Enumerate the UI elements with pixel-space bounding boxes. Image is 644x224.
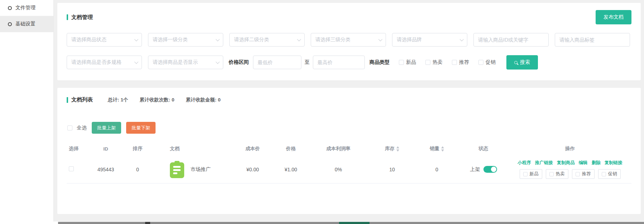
select-visibility[interactable]: 请选择商品是否显示 xyxy=(148,56,223,69)
header-cost-price: 成本价 xyxy=(232,142,274,156)
header-profit-rate: 成本利润率 xyxy=(308,142,369,156)
sidebar: 文件管理 基础设置 xyxy=(0,0,53,224)
select-category-level2[interactable]: 请选择二级分类 xyxy=(229,33,305,47)
product-type-label: 商品类型 xyxy=(369,59,390,66)
document-table: 选择 ID 排序 文档 成本价 价格 成本利润率 库存 销量 状态 操作 xyxy=(67,142,631,184)
list-title: 文档列表 xyxy=(67,96,93,103)
sidebar-item-label: 基础设置 xyxy=(15,21,35,27)
select-multi-spec[interactable]: 请选择商品是否多规格 xyxy=(67,56,142,69)
chevron-down-icon xyxy=(216,60,220,64)
checkbox-icon xyxy=(67,125,72,130)
clipboard-icon xyxy=(169,161,185,178)
sort-arrows-icon[interactable] xyxy=(396,146,399,152)
payment-count: 0 xyxy=(172,97,175,103)
main-content: 文档管理 发布文档 请选择商品状态 请选择一级分类 请选择二级分类 请选择三级分… xyxy=(53,0,644,221)
cell-cost-price: ¥0.00 xyxy=(232,156,274,183)
status-toggle[interactable] xyxy=(483,166,497,173)
document-title: 市场推广 xyxy=(191,166,211,173)
row-tag-promo[interactable]: 促销 xyxy=(598,169,621,179)
row-tag-hot[interactable]: 热卖 xyxy=(546,169,568,179)
min-price-input[interactable] xyxy=(253,56,301,69)
chevron-down-icon xyxy=(297,37,301,41)
select-brand[interactable]: 请选择品牌 xyxy=(392,33,467,47)
sidebar-item-basic-settings[interactable]: 基础设置 xyxy=(0,16,53,32)
chevron-down-icon xyxy=(134,60,138,64)
select-all-checkbox[interactable]: 全选 xyxy=(67,125,87,131)
publish-document-button[interactable]: 发布文档 xyxy=(596,10,631,24)
batch-on-shelf-button[interactable]: 批量上架 xyxy=(92,122,121,134)
bottom-edge xyxy=(0,221,644,224)
action-promo-link[interactable]: 推广链接 xyxy=(535,160,553,166)
type-checkbox-recommend[interactable]: 推荐 xyxy=(452,59,469,66)
select-category-level3[interactable]: 请选择三级分类 xyxy=(311,33,386,47)
cell-price: ¥1.00 xyxy=(274,156,308,183)
page-title: 文档管理 xyxy=(67,14,93,21)
type-checkbox-hot[interactable]: 热卖 xyxy=(425,59,443,66)
cell-document: 市场推广 xyxy=(156,161,232,178)
header-sales[interactable]: 销量 xyxy=(415,142,458,156)
chevron-down-icon xyxy=(216,37,220,41)
checkbox-icon xyxy=(452,60,457,65)
cell-status: 上架 xyxy=(458,166,509,173)
circle-icon xyxy=(8,22,12,26)
row-checkbox[interactable] xyxy=(69,166,74,171)
checkbox-icon xyxy=(399,60,404,65)
cell-stock: 10 xyxy=(369,156,415,183)
action-copy-link[interactable]: 复制链接 xyxy=(605,160,622,166)
sort-arrows-icon[interactable] xyxy=(441,146,444,152)
select-category-level1[interactable]: 请选择一级分类 xyxy=(148,33,223,47)
search-icon xyxy=(514,61,517,64)
chevron-down-icon xyxy=(378,37,382,41)
total-count: 1个 xyxy=(121,97,128,103)
cell-sort: 0 xyxy=(120,156,156,183)
cell-id: 495443 xyxy=(92,156,120,183)
toggle-knob xyxy=(491,167,496,172)
sidebar-item-label: 文件管理 xyxy=(15,5,35,11)
type-checkbox-new[interactable]: 新品 xyxy=(399,59,416,66)
batch-off-shelf-button[interactable]: 批量下架 xyxy=(126,122,156,134)
circle-icon xyxy=(8,6,12,10)
max-price-input[interactable] xyxy=(313,56,365,69)
cell-profit-rate: 0% xyxy=(308,156,369,183)
header-sort: 排序 xyxy=(120,142,156,156)
horizontal-scrollbar[interactable] xyxy=(58,222,644,224)
scrollbar-thumb[interactable] xyxy=(339,222,369,224)
select-product-status[interactable]: 请选择商品状态 xyxy=(67,33,142,47)
chevron-down-icon xyxy=(460,37,464,41)
row-tag-recommend[interactable]: 推荐 xyxy=(572,169,595,179)
checkbox-icon xyxy=(478,60,483,65)
checkbox-icon xyxy=(425,60,430,65)
search-button[interactable]: 搜索 xyxy=(506,55,538,70)
product-id-keyword-input[interactable] xyxy=(473,33,549,47)
action-delete[interactable]: 删除 xyxy=(592,160,601,166)
table-header-row: 选择 ID 排序 文档 成本价 价格 成本利润率 库存 销量 状态 操作 xyxy=(67,142,631,156)
document-list-card: 文档列表 总计:1个 累计收款次数:0 累计收款金额:0 全选 批量上架 批量下… xyxy=(57,88,641,214)
header-document: 文档 xyxy=(156,142,232,156)
checkbox-icon xyxy=(549,172,554,176)
type-checkbox-promo[interactable]: 促销 xyxy=(478,59,496,66)
action-mini-program[interactable]: 小程序 xyxy=(517,160,531,166)
price-range-label: 价格区间 xyxy=(229,59,249,66)
chevron-down-icon xyxy=(134,37,138,41)
list-stats: 总计:1个 累计收款次数:0 累计收款金额:0 xyxy=(108,97,221,103)
table-row: 495443 0 市场推广 xyxy=(67,156,631,183)
product-tag-input[interactable] xyxy=(555,33,630,47)
filter-card: 文档管理 发布文档 请选择商品状态 请选择一级分类 请选择二级分类 请选择三级分… xyxy=(57,3,641,80)
title-accent-bar xyxy=(67,14,68,20)
action-edit[interactable]: 编辑 xyxy=(579,160,588,166)
header-status: 状态 xyxy=(458,142,509,156)
header-select: 选择 xyxy=(67,142,92,156)
header-stock[interactable]: 库存 xyxy=(369,142,415,156)
cell-actions: 小程序 推广链接 复制商品 编辑 删除 复制链接 新品 xyxy=(509,160,631,179)
row-tag-new[interactable]: 新品 xyxy=(520,169,542,179)
checkbox-icon xyxy=(602,172,606,176)
checkbox-icon xyxy=(523,172,528,176)
scrollbar-segment xyxy=(145,222,150,224)
action-copy-product[interactable]: 复制商品 xyxy=(557,160,575,166)
title-accent-bar xyxy=(67,97,68,103)
checkbox-icon xyxy=(576,172,580,176)
header-actions: 操作 xyxy=(509,142,631,156)
status-label: 上架 xyxy=(470,166,480,173)
sidebar-item-file-management[interactable]: 文件管理 xyxy=(0,0,53,16)
header-price: 价格 xyxy=(274,142,308,156)
